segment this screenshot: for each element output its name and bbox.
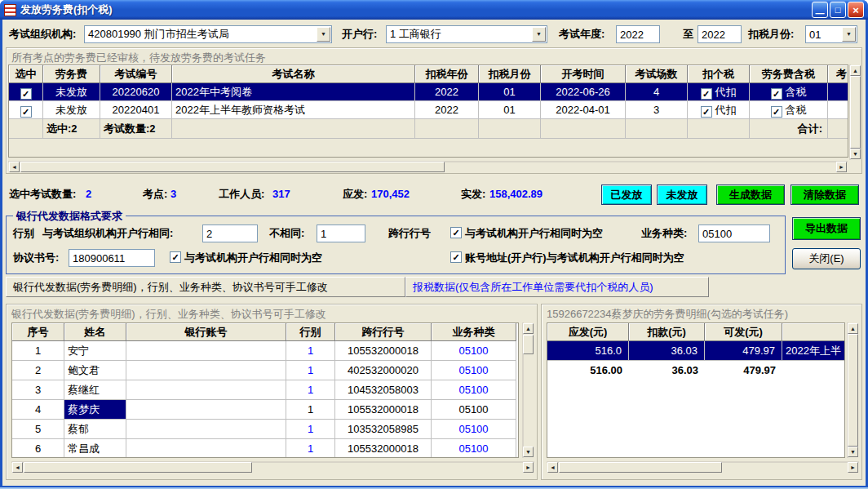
withhold-checkbox[interactable]: ✓: [701, 106, 712, 118]
tax-included-checkbox[interactable]: ✓: [771, 88, 782, 100]
cross-bank-check-label: 与考试机构开户行相同时为空: [465, 227, 603, 240]
scroll-left-icon[interactable]: ◄: [12, 462, 23, 473]
scrollbar-thumb[interactable]: [848, 334, 858, 447]
tax-included-checkbox[interactable]: ✓: [771, 106, 782, 118]
no-cell: 6: [12, 439, 64, 458]
close-dialog-button[interactable]: 关闭(E): [792, 248, 861, 269]
protocol-check-label: 与考试机构开户行相同时为空: [184, 251, 322, 265]
protocol-input[interactable]: [69, 249, 155, 267]
business-type-input[interactable]: [698, 224, 770, 242]
close-button[interactable]: ×: [848, 2, 864, 18]
tasks-horizontal-scrollbar[interactable]: ◄ ►: [8, 161, 848, 162]
cross-no-cell: 105532000018: [335, 341, 432, 361]
exam-checkbox[interactable]: ✓: [20, 88, 32, 100]
diff-bank-input[interactable]: [317, 224, 365, 242]
footer-total-label: 合计:: [750, 119, 828, 139]
paid-filter-button[interactable]: 已发放: [601, 184, 652, 205]
exam-row[interactable]: ✓ 未发放 20220620 2022年中考阅卷 2022 01 2022-06…: [9, 83, 848, 101]
dropdown-icon[interactable]: ▼: [842, 27, 856, 42]
bank-row[interactable]: 6 常昌成 1 105532000018 05100: [12, 439, 518, 458]
person-fee-row[interactable]: 516.0 36.03 479.97 2022年上半: [547, 341, 844, 361]
name-cell: 常昌成: [64, 439, 126, 458]
account-cell: [126, 439, 286, 458]
bank-row[interactable]: 4 蔡梦庆 1 105532000018 05100: [12, 400, 518, 420]
bank-type-cell: 1: [286, 439, 335, 458]
same-bank-input[interactable]: [202, 224, 258, 242]
scroll-left-icon[interactable]: ◄: [547, 462, 558, 473]
org-combobox[interactable]: 420801990 荆门市招生考试局 ▼: [84, 25, 332, 43]
minimize-button[interactable]: —: [812, 2, 828, 18]
scrollbar-thumb[interactable]: [523, 335, 534, 354]
scrollbar-thumb[interactable]: [24, 462, 252, 473]
person-fee-row[interactable]: 516.00 36.03 479.97: [547, 361, 844, 380]
dropdown-icon[interactable]: ▼: [532, 27, 546, 42]
business-cell: 05100: [432, 420, 516, 439]
person-vertical-scrollbar[interactable]: ▲ ▼: [847, 322, 848, 458]
scroll-right-icon[interactable]: ►: [836, 162, 847, 172]
cross-no-cell: 104532058003: [335, 380, 432, 400]
tasks-vertical-scrollbar[interactable]: ▲ ▼: [849, 64, 851, 160]
dropdown-icon[interactable]: ▼: [317, 27, 330, 42]
org-label: 考试组织机构:: [9, 28, 76, 41]
exam-checkbox[interactable]: ✓: [20, 106, 32, 118]
protocol-checkbox[interactable]: ✓: [170, 251, 181, 263]
export-data-button[interactable]: 导出数据: [792, 217, 861, 240]
person-detail-panel: 15926672234蔡梦庆的劳务费明细(勾选的考试任务) 应发(元) 扣款(元…: [541, 304, 862, 480]
exam-row[interactable]: ✓ 未发放 20220401 2022年上半年教师资格考试 2022 01 20…: [9, 101, 848, 119]
tab-tax-data[interactable]: 报税数据(仅包含所在工作单位需要代扣个税的人员): [405, 277, 709, 297]
deduction-cell: 36.03: [629, 341, 705, 361]
cross-no-cell: 105532000018: [335, 439, 432, 458]
exam-name-cell: [782, 361, 845, 380]
bank-row[interactable]: 3 蔡继红 1 104532058003 05100: [12, 380, 518, 400]
tab-bank-data[interactable]: 银行代发数据(劳务费明细)，行别、业务种类、协议书号可手工修改: [6, 277, 405, 297]
scroll-down-icon[interactable]: ▼: [523, 447, 534, 457]
generate-data-button[interactable]: 生成数据: [716, 184, 785, 205]
payable-value: 170,452: [371, 188, 410, 201]
bank-row[interactable]: 1 安宁 1 105532000018 05100: [12, 341, 518, 361]
col-tax-month: 扣税月份: [479, 65, 541, 83]
maximize-button[interactable]: □: [830, 2, 846, 18]
scroll-up-icon[interactable]: ▲: [848, 323, 858, 334]
col-payable: 应发(元): [547, 323, 629, 341]
maximize-icon: □: [835, 5, 841, 15]
cross-bank-checkbox[interactable]: ✓: [450, 227, 462, 238]
bank-label: 开户行:: [342, 28, 377, 41]
scroll-up-icon[interactable]: ▲: [850, 65, 861, 76]
col-start-date: 开考时间: [541, 65, 626, 83]
person-horizontal-scrollbar[interactable]: ◄ ►: [547, 461, 859, 463]
bank-horizontal-scrollbar[interactable]: ◄ ►: [11, 461, 534, 463]
tasks-caption: 所有考点的劳务费已经审核，待发放劳务费的考试任务: [11, 51, 266, 65]
bank-row[interactable]: 2 鲍文君 1 402532000020 05100: [12, 361, 518, 380]
withhold-checkbox[interactable]: ✓: [701, 88, 712, 100]
scroll-down-icon[interactable]: ▼: [848, 447, 858, 457]
tax-year-cell: 2022: [415, 83, 479, 101]
scroll-left-icon[interactable]: ◄: [9, 162, 20, 172]
to-label: 至: [683, 28, 693, 41]
name-cell: 蔡梦庆: [64, 400, 126, 420]
col-available: 可发(元): [705, 323, 782, 341]
sessions-cell: 4: [626, 83, 688, 101]
col-deduction: 扣款(元): [629, 323, 705, 341]
dialog-body: 考试组织机构: 420801990 荆门市招生考试局 ▼ 开户行: 1 工商银行…: [2, 20, 866, 486]
bank-combobox[interactable]: 1 工商银行 ▼: [386, 25, 547, 43]
tax-month-combobox[interactable]: 01 ▼: [805, 25, 857, 43]
year-from-input[interactable]: [616, 25, 660, 43]
scroll-right-icon[interactable]: ►: [848, 462, 858, 473]
bank-row[interactable]: 5 蔡郁 1 103532058985 05100: [12, 420, 518, 439]
titlebar[interactable]: 发放劳务费(扣个税) — □ ×: [0, 0, 868, 20]
scrollbar-thumb[interactable]: [559, 462, 722, 473]
col-clipped: 考: [828, 65, 848, 83]
clear-data-button[interactable]: 清除数据: [790, 184, 859, 205]
scroll-down-icon[interactable]: ▼: [850, 149, 861, 159]
scrollbar-thumb[interactable]: [850, 76, 861, 149]
address-checkbox[interactable]: ✓: [450, 251, 462, 263]
scroll-right-icon[interactable]: ►: [523, 462, 534, 473]
scrollbar-thumb[interactable]: [20, 162, 445, 172]
bank-vertical-scrollbar[interactable]: ▲ ▼: [522, 322, 524, 458]
window: 发放劳务费(扣个税) — □ × 考试组织机构: 420801990 荆门市招生…: [0, 0, 868, 489]
tax-month-cell: 01: [479, 101, 541, 119]
exam-name-cell: 2022年中考阅卷: [172, 83, 415, 101]
unpaid-filter-button[interactable]: 未发放: [657, 184, 707, 205]
scroll-up-icon[interactable]: ▲: [523, 323, 534, 334]
year-to-input[interactable]: [698, 25, 742, 43]
